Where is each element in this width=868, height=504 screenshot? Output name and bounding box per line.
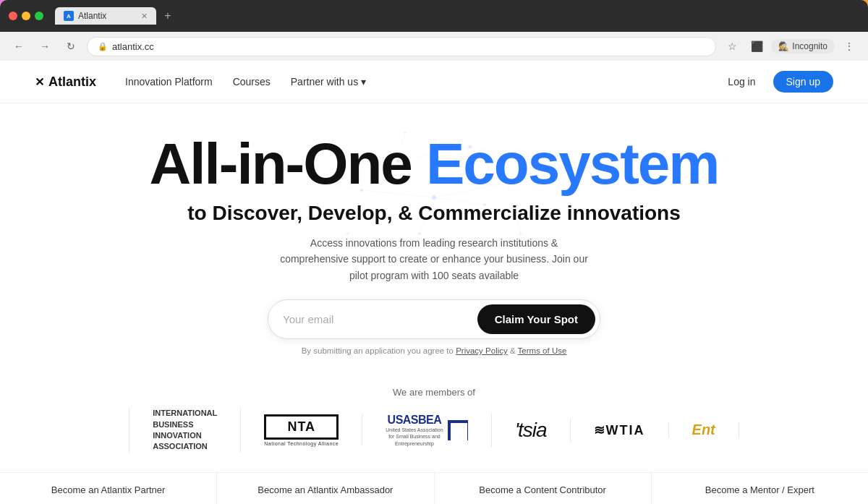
privacy-policy-link[interactable]: Privacy Policy (456, 346, 508, 355)
form-disclaimer: By submitting an application you agree t… (14, 346, 854, 355)
tab-close-button[interactable]: ✕ (141, 12, 148, 21)
extensions-icon[interactable]: ⬛ (746, 36, 767, 56)
member-logo-nta: NTA National Technology Alliance (241, 414, 362, 446)
nav-partner-label: Partner with us (291, 76, 358, 87)
hero-description: Access innovations from leading research… (275, 235, 593, 283)
login-button[interactable]: Log in (719, 72, 764, 92)
toolbar-right: ☆ ⬛ 🕵 Incognito ⋮ (722, 36, 859, 56)
nav-courses[interactable]: Courses (233, 76, 271, 87)
member-logo-tsia: 'tsia (492, 419, 571, 442)
back-button[interactable]: ← (9, 36, 29, 56)
nav-partner[interactable]: Partner with us ▾ (291, 76, 366, 87)
signup-button[interactable]: Sign up (773, 71, 833, 93)
hero-title-blue: Ecosystem (426, 132, 718, 196)
close-button[interactable] (9, 12, 17, 20)
member-logo-ibia: INTERNATIONALBUSINESSINNOVATIONASSOCIATI… (129, 408, 241, 453)
nta-logo: NTA (264, 414, 339, 440)
bottom-bar: Become an Atlantix Partner Become an Atl… (0, 472, 868, 504)
new-tab-button[interactable]: + (159, 7, 176, 25)
menu-icon[interactable]: ⋮ (839, 36, 859, 56)
forward-button[interactable]: → (35, 36, 55, 56)
member-logo-wtia: ≋WTIA (571, 422, 669, 438)
tab-title: Atlantix (78, 11, 106, 21)
disclaimer-and: & (508, 346, 518, 355)
hero-title: All-in-One Ecosystem (14, 132, 854, 196)
browser-toolbar: ← → ↻ 🔒 atlantix.cc ☆ ⬛ 🕵 Incognito ⋮ (0, 32, 868, 61)
reload-button[interactable]: ↻ (61, 36, 81, 56)
ibia-logo: INTERNATIONALBUSINESSINNOVATIONASSOCIATI… (153, 408, 217, 453)
nta-sub: National Technology Alliance (264, 441, 339, 446)
disclaimer-text: By submitting an application you agree t… (302, 346, 456, 355)
usasbea-sub: United States Associationfor Small Busin… (386, 427, 443, 446)
browser-chrome: A Atlantix ✕ + ← → ↻ 🔒 atlantix.cc ☆ ⬛ 🕵… (0, 0, 868, 61)
nav-links: Innovation Platform Courses Partner with… (125, 76, 719, 87)
email-input[interactable] (283, 313, 477, 325)
incognito-icon: 🕵 (778, 41, 789, 51)
hero-subtitle: to Discover, Develop, & Commercialize in… (14, 202, 854, 225)
hero-section: All-in-One Ecosystem to Discover, Develo… (0, 103, 868, 370)
incognito-label: Incognito (792, 41, 827, 51)
maximize-button[interactable] (35, 12, 43, 20)
email-form: Claim Your Spot (268, 299, 600, 339)
bottom-ambassador[interactable]: Become an Atlantix Ambassador (217, 473, 434, 504)
bottom-mentor[interactable]: Become a Mentor / Expert (652, 473, 868, 504)
logo-icon: ✕ (35, 75, 44, 89)
claim-spot-button[interactable]: Claim Your Spot (477, 304, 595, 334)
traffic-lights (9, 12, 43, 20)
site-logo[interactable]: ✕ Atlantix (35, 74, 96, 90)
bottom-contributor[interactable]: Become a Content Contributor (435, 473, 652, 504)
address-bar[interactable]: 🔒 atlantix.cc (87, 37, 716, 56)
hero-title-black: All-in-One (150, 132, 426, 196)
url-display: atlantix.cc (112, 41, 154, 52)
active-tab[interactable]: A Atlantix ✕ (55, 7, 156, 25)
minimize-button[interactable] (22, 12, 30, 20)
nav-innovation-platform[interactable]: Innovation Platform (125, 76, 213, 87)
members-section: We are members of INTERNATIONALBUSINESSI… (0, 387, 868, 453)
terms-of-use-link[interactable]: Terms of Use (518, 346, 567, 355)
member-logo-usasbea: USASBEA United States Associationfor Sma… (362, 414, 491, 446)
wtia-logo: ≋WTIA (594, 422, 645, 438)
incognito-badge: 🕵 Incognito (771, 39, 835, 54)
lock-icon: 🔒 (98, 42, 108, 51)
main-nav: ✕ Atlantix Innovation Platform Courses P… (0, 61, 868, 103)
tsia-logo: 'tsia (515, 419, 547, 442)
usasbea-logo: USASBEA (388, 414, 442, 427)
member-logo-ent: Ent (669, 422, 739, 438)
usasbea-icon (448, 420, 468, 440)
ent-logo: Ent (692, 422, 715, 438)
tab-bar: A Atlantix ✕ + (55, 7, 859, 25)
logo-text: Atlantix (48, 74, 96, 90)
nav-actions: Log in Sign up (719, 71, 833, 93)
bookmark-icon[interactable]: ☆ (722, 36, 742, 56)
members-label: We are members of (0, 387, 868, 398)
website-content: ✕ Atlantix Innovation Platform Courses P… (0, 61, 868, 504)
tab-favicon: A (64, 11, 74, 21)
browser-titlebar: A Atlantix ✕ + (0, 0, 868, 32)
members-logos: INTERNATIONALBUSINESSINNOVATIONASSOCIATI… (0, 408, 868, 453)
bottom-partner[interactable]: Become an Atlantix Partner (0, 473, 217, 504)
chevron-down-icon: ▾ (361, 76, 366, 87)
